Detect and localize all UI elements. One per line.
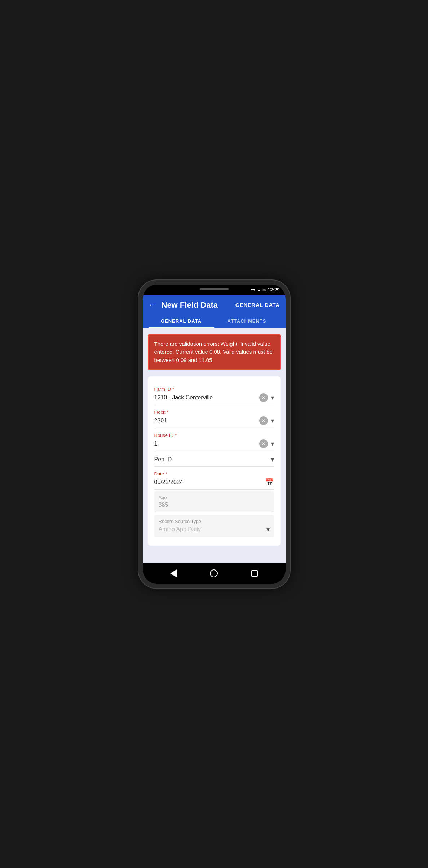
pen-id-field: Pen ID ▾ bbox=[154, 451, 274, 467]
flock-row: 2301 ✕ ▾ bbox=[154, 416, 274, 425]
house-id-controls: ✕ ▾ bbox=[259, 439, 274, 448]
date-calendar-icon[interactable]: 📅 bbox=[265, 478, 274, 487]
house-id-label: House ID * bbox=[154, 433, 274, 438]
home-circle-icon bbox=[210, 569, 218, 577]
house-id-dropdown-icon[interactable]: ▾ bbox=[271, 440, 274, 448]
battery-icon: ▭ bbox=[262, 288, 266, 292]
farm-id-dropdown-icon[interactable]: ▾ bbox=[271, 394, 274, 402]
date-value: 05/22/2024 bbox=[154, 479, 183, 486]
flock-label: Flock * bbox=[154, 410, 274, 415]
nav-recent-button[interactable] bbox=[251, 570, 258, 577]
date-label: Date * bbox=[154, 471, 274, 476]
save-button[interactable]: GENERAL DATA bbox=[235, 302, 280, 308]
farm-id-clear-icon[interactable]: ✕ bbox=[259, 393, 268, 402]
validation-error-banner: There are validation errors: Weight: Inv… bbox=[148, 334, 281, 370]
phone-speaker bbox=[200, 288, 229, 290]
record-source-type-field: Record Source Type Amino App Daily ▾ bbox=[154, 515, 274, 537]
house-id-value: 1 bbox=[154, 440, 158, 447]
form-card: Farm ID * 1210 - Jack Centerville ✕ ▾ Fl… bbox=[148, 376, 281, 546]
farm-id-controls: ✕ ▾ bbox=[259, 393, 274, 402]
header-row: ← New Field Data GENERAL DATA bbox=[149, 300, 280, 310]
app-header: ← New Field Data GENERAL DATA GENERAL DA… bbox=[143, 295, 286, 328]
farm-id-label: Farm ID * bbox=[154, 386, 274, 392]
date-field: Date * 05/22/2024 📅 bbox=[154, 467, 274, 490]
flock-controls: ✕ ▾ bbox=[259, 416, 274, 425]
age-label: Age bbox=[159, 495, 270, 500]
flock-field: Flock * 2301 ✕ ▾ bbox=[154, 405, 274, 428]
status-time: 12:29 bbox=[268, 287, 279, 292]
farm-id-field: Farm ID * 1210 - Jack Centerville ✕ ▾ bbox=[154, 382, 274, 405]
pen-id-controls: ▾ bbox=[271, 456, 274, 464]
tabs-row: GENERAL DATA ATTACHMENTS bbox=[149, 315, 280, 328]
farm-id-value: 1210 - Jack Centerville bbox=[154, 394, 213, 401]
signal-icon: ▲ bbox=[257, 288, 261, 292]
recent-square-icon bbox=[251, 570, 258, 577]
flock-dropdown-icon[interactable]: ▾ bbox=[271, 417, 274, 425]
house-id-clear-icon[interactable]: ✕ bbox=[259, 439, 268, 448]
status-icons: ▾▾ ▲ ▭ 12:29 bbox=[251, 287, 279, 292]
nav-home-button[interactable] bbox=[210, 569, 218, 577]
main-content: There are validation errors: Weight: Inv… bbox=[143, 328, 286, 563]
back-button[interactable]: ← bbox=[149, 300, 156, 310]
pen-id-dropdown-icon[interactable]: ▾ bbox=[271, 456, 274, 464]
record-source-type-dropdown-icon[interactable]: ▾ bbox=[266, 525, 270, 533]
record-source-type-value: Amino App Daily bbox=[159, 526, 201, 533]
age-value: 385 bbox=[159, 502, 270, 508]
tab-general-data[interactable]: GENERAL DATA bbox=[149, 315, 214, 328]
date-row: 05/22/2024 📅 bbox=[154, 478, 274, 487]
flock-value: 2301 bbox=[154, 417, 167, 424]
farm-id-row: 1210 - Jack Centerville ✕ ▾ bbox=[154, 393, 274, 402]
house-id-row: 1 ✕ ▾ bbox=[154, 439, 274, 448]
flock-clear-icon[interactable]: ✕ bbox=[259, 416, 268, 425]
phone-inner: ▾▾ ▲ ▭ 12:29 ← New Field Data GENERAL DA… bbox=[143, 285, 286, 584]
age-field: Age 385 bbox=[154, 491, 274, 512]
page-title: New Field Data bbox=[162, 300, 235, 310]
pen-id-label: Pen ID bbox=[154, 456, 172, 463]
tab-attachments[interactable]: ATTACHMENTS bbox=[214, 315, 280, 328]
date-controls: 📅 bbox=[265, 478, 274, 487]
phone-frame: ▾▾ ▲ ▭ 12:29 ← New Field Data GENERAL DA… bbox=[138, 280, 290, 588]
bottom-nav bbox=[143, 563, 286, 584]
wifi-icon: ▾▾ bbox=[251, 287, 255, 292]
back-triangle-icon bbox=[170, 569, 177, 577]
record-source-type-label: Record Source Type bbox=[159, 519, 270, 524]
record-source-type-row: Amino App Daily ▾ bbox=[159, 525, 270, 533]
nav-back-button[interactable] bbox=[170, 569, 177, 577]
pen-id-row: Pen ID ▾ bbox=[154, 456, 274, 464]
house-id-field: House ID * 1 ✕ ▾ bbox=[154, 428, 274, 451]
validation-error-text: There are validation errors: Weight: Inv… bbox=[154, 341, 273, 363]
